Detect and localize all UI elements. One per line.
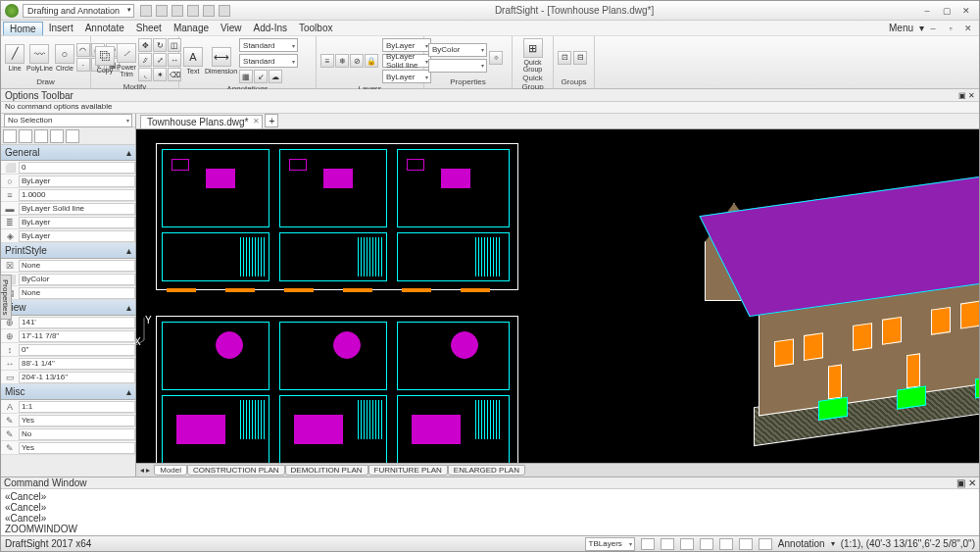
doc-tab-active[interactable]: Townhouse Plans.dwg*✕ bbox=[140, 115, 263, 128]
prop-value[interactable]: 1.0000 bbox=[19, 189, 135, 201]
minimize-button[interactable]: – bbox=[918, 5, 936, 17]
polar-toggle[interactable] bbox=[700, 538, 713, 550]
property-row[interactable]: ✎Yes bbox=[1, 441, 135, 455]
polyline-icon[interactable]: 〰 bbox=[29, 44, 49, 64]
property-row[interactable]: ▭204'-1 13/16" bbox=[1, 371, 135, 384]
section-printstyle[interactable]: PrintStyle▴ bbox=[1, 243, 135, 259]
move-icon[interactable]: ✥ bbox=[138, 38, 152, 52]
props-btn-4[interactable] bbox=[50, 129, 64, 143]
selection-dropdown[interactable]: No Selection bbox=[4, 114, 132, 127]
maximize-button[interactable]: ▢ bbox=[938, 5, 956, 17]
drawing-canvas[interactable]: YX bbox=[136, 129, 979, 463]
esnap-toggle[interactable] bbox=[719, 538, 733, 550]
prop-value[interactable]: ByLayer bbox=[19, 217, 135, 228]
tab-manage[interactable]: Manage bbox=[168, 22, 215, 34]
prop-value[interactable]: None bbox=[19, 260, 135, 272]
prop-value[interactable]: 88'-1 1/4" bbox=[19, 358, 135, 370]
section-misc[interactable]: Misc▴ bbox=[1, 384, 135, 400]
property-row[interactable]: ▤None bbox=[1, 286, 135, 300]
lineweight-dropdown[interactable]: ByLayer bbox=[382, 70, 431, 83]
dimstyle-dropdown[interactable]: Standard bbox=[239, 54, 298, 68]
property-row[interactable]: ⊕17'-11 7/8" bbox=[1, 329, 135, 343]
redo-icon[interactable] bbox=[219, 5, 230, 17]
tab-toolbox[interactable]: Toolbox bbox=[293, 22, 338, 34]
props-btn-2[interactable] bbox=[19, 129, 32, 143]
doc-restore[interactable]: ▫ bbox=[942, 23, 959, 34]
dimension-icon[interactable]: ⟷ bbox=[212, 47, 231, 67]
property-row[interactable]: ≣ByLayer bbox=[1, 216, 135, 229]
tab-view[interactable]: View bbox=[215, 22, 248, 34]
section-view[interactable]: View▴ bbox=[1, 300, 135, 316]
property-row[interactable]: A1:1 bbox=[1, 400, 135, 414]
new-tab-button[interactable]: + bbox=[265, 114, 278, 127]
layer-color-dropdown[interactable]: ByLayer bbox=[382, 38, 431, 52]
prop-value[interactable]: 141' bbox=[19, 317, 135, 328]
annot-scale[interactable]: Annotation bbox=[778, 538, 825, 549]
offset-icon[interactable]: ⫽ bbox=[138, 53, 152, 67]
table-icon[interactable]: ▦ bbox=[239, 70, 253, 83]
tab-addins[interactable]: Add-Ins bbox=[248, 22, 293, 34]
sheet-tab-enlarged[interactable]: ENLARGED PLAN bbox=[448, 465, 525, 476]
section-general[interactable]: General▴ bbox=[1, 145, 135, 161]
linestyle-dropdown[interactable]: ByLayer Solid line bbox=[382, 54, 431, 68]
property-row[interactable]: ≡1.0000 bbox=[1, 188, 135, 202]
property-row[interactable]: ▬ByLayer Solid line bbox=[1, 202, 135, 216]
prop-value[interactable]: ByLayer bbox=[19, 176, 135, 187]
lw-dropdown[interactable] bbox=[428, 59, 487, 73]
leader-icon[interactable]: ↙ bbox=[254, 70, 268, 83]
tab-close-icon[interactable]: ✕ bbox=[253, 117, 260, 125]
workspace-dropdown[interactable]: Drafting and Annotation bbox=[23, 4, 134, 18]
explode-icon[interactable]: ✶ bbox=[153, 68, 167, 81]
sheet-tab-construction[interactable]: CONSTRUCTION PLAN bbox=[187, 465, 285, 476]
circle-icon[interactable]: ○ bbox=[55, 44, 74, 64]
doc-minimize[interactable]: – bbox=[924, 23, 942, 34]
undo-icon[interactable] bbox=[203, 5, 215, 17]
property-row[interactable]: ↕0" bbox=[1, 343, 135, 357]
property-row[interactable]: ⊕141' bbox=[1, 316, 135, 329]
open-icon[interactable] bbox=[156, 5, 168, 17]
scale-icon[interactable]: ⤢ bbox=[153, 53, 167, 67]
print-icon[interactable] bbox=[187, 5, 199, 17]
layer-off-icon[interactable]: ⊘ bbox=[350, 54, 364, 68]
ortho-toggle[interactable] bbox=[680, 538, 694, 550]
ungroup-icon[interactable]: ⊟ bbox=[573, 51, 587, 65]
text-icon[interactable]: A bbox=[183, 47, 203, 67]
save-icon[interactable] bbox=[172, 5, 183, 17]
property-row[interactable]: ○ByLayer bbox=[1, 175, 135, 188]
tab-insert[interactable]: Insert bbox=[43, 22, 79, 34]
prop-value[interactable]: ByLayer bbox=[19, 230, 135, 242]
property-row[interactable]: ⬜0 bbox=[1, 161, 135, 175]
copy-icon[interactable]: ⿻ bbox=[95, 46, 115, 66]
prop-value[interactable]: 1:1 bbox=[19, 401, 135, 413]
prop-value[interactable]: ByLayer Solid line bbox=[19, 203, 135, 215]
layer-mgr-icon[interactable]: ≡ bbox=[320, 54, 334, 68]
prop-value[interactable]: None bbox=[19, 287, 135, 299]
doc-close[interactable]: ✕ bbox=[959, 23, 977, 34]
sheet-tab-furniture[interactable]: FURNITURE PLAN bbox=[368, 465, 448, 476]
prop-value[interactable]: 204'-1 13/16" bbox=[19, 372, 135, 383]
close-button[interactable]: ✕ bbox=[957, 5, 975, 17]
property-row[interactable]: ↔88'-1 1/4" bbox=[1, 357, 135, 371]
rotate-icon[interactable]: ↻ bbox=[153, 38, 167, 52]
groups-icon[interactable]: ⊡ bbox=[558, 51, 571, 65]
arc-icon[interactable]: ◠ bbox=[76, 43, 90, 57]
properties-side-tab[interactable]: Properties bbox=[1, 275, 12, 320]
layer-freeze-icon[interactable]: ❄ bbox=[335, 54, 349, 68]
match-props-icon[interactable]: ⟐ bbox=[489, 51, 503, 65]
tab-annotate[interactable]: Annotate bbox=[79, 22, 130, 34]
grid-toggle[interactable] bbox=[661, 538, 674, 550]
prop-value[interactable]: Yes bbox=[19, 415, 135, 427]
prop-value[interactable]: Yes bbox=[19, 442, 135, 454]
etrack-toggle[interactable] bbox=[739, 538, 753, 550]
property-row[interactable]: ✎Yes bbox=[1, 414, 135, 427]
lw-toggle[interactable] bbox=[759, 538, 772, 550]
property-row[interactable]: ☒None bbox=[1, 259, 135, 273]
sheet-tab-demolition[interactable]: DEMOLITION PLAN bbox=[285, 465, 368, 476]
new-icon[interactable] bbox=[140, 5, 152, 17]
prop-value[interactable]: 0 bbox=[19, 162, 135, 174]
cloud-icon[interactable]: ☁ bbox=[269, 70, 282, 83]
line-icon[interactable]: ╱ bbox=[5, 44, 24, 64]
layer-lock-icon[interactable]: 🔒 bbox=[365, 54, 378, 68]
layer-status-dropdown[interactable]: TBLayers bbox=[585, 537, 635, 551]
quick-group-icon[interactable]: ⊞ bbox=[523, 38, 543, 58]
